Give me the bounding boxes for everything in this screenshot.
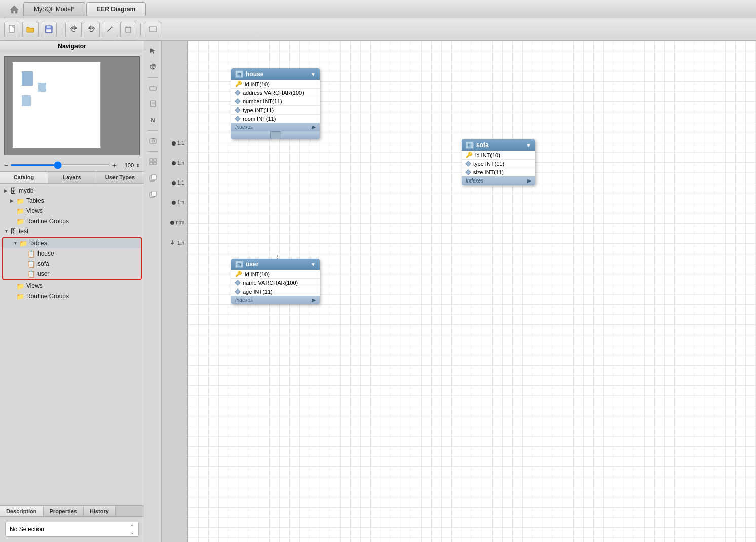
table-user[interactable]: ⊞ user ▼ 🔑 id INT(10) name VARCHAR(100) …: [231, 259, 320, 304]
tree-label-user: user: [37, 270, 49, 277]
svg-rect-19: [150, 162, 153, 165]
eraser-tool[interactable]: [146, 81, 160, 95]
tab-eer-diagram[interactable]: EER Diagram: [86, 2, 146, 16]
zoom-in-button[interactable]: +: [112, 161, 117, 169]
table-icon: 📋: [27, 260, 35, 268]
tree-item-mydb-routines[interactable]: 📁 Routine Groups: [0, 216, 144, 226]
tree-item-sofa[interactable]: 📋 sofa: [3, 259, 141, 269]
table-house-connector: [231, 131, 320, 139]
tab-layers[interactable]: Layers: [48, 172, 96, 183]
field-sofa-type: type INT(11): [473, 161, 504, 167]
main-toolbar: [0, 18, 756, 41]
nav-box-user: [22, 95, 31, 106]
table-user-dropdown[interactable]: ▼: [311, 262, 316, 267]
table-sofa[interactable]: ⊞ sofa ▼ 🔑 id INT(10) type INT(11) size …: [462, 139, 535, 185]
zoom-tool[interactable]: N: [146, 113, 160, 127]
tab-catalog[interactable]: Catalog: [0, 172, 48, 183]
left-panel: Navigator − + 100 ⬍ Catalog Layers User …: [0, 41, 144, 542]
field-house-address: address VARCHAR(100): [243, 90, 304, 96]
zoom-stepper[interactable]: ⬍: [136, 163, 140, 168]
tree-item-house[interactable]: 📋 house: [3, 248, 141, 259]
svg-marker-0: [10, 6, 18, 13]
table-user-indexes[interactable]: Indexes ▶: [231, 296, 320, 304]
tree-item-test-tables[interactable]: ▼ 📁 Tables: [3, 238, 141, 248]
pointer-tool[interactable]: [146, 44, 160, 58]
rel-text-11-1: 1:1: [177, 140, 184, 146]
folder-icon: 📁: [19, 240, 27, 247]
svg-rect-10: [150, 87, 156, 90]
forward-button[interactable]: [145, 22, 161, 37]
tab-description[interactable]: Description: [0, 506, 44, 516]
tab-properties[interactable]: Properties: [44, 506, 84, 516]
relation-labels: 1:1 1:n 1:1 1:n n:m 1:n: [162, 41, 188, 542]
tree-item-mydb[interactable]: ▶ 🗄 mydb: [0, 186, 144, 196]
tab-user-types[interactable]: User Types: [96, 172, 144, 183]
tree-item-mydb-tables[interactable]: ▶ 📁 Tables: [0, 196, 144, 206]
tree-item-test-views[interactable]: 📁 Views: [0, 281, 144, 291]
zoom-slider[interactable]: [10, 164, 110, 166]
table-sofa-indexes-arrow[interactable]: ▶: [527, 178, 531, 184]
table-user-icon: ⊞: [235, 261, 243, 268]
no-selection-row[interactable]: No Selection ⌃⌄: [5, 522, 139, 537]
diamond-icon: [235, 280, 240, 285]
navigator-canvas[interactable]: [4, 56, 140, 155]
tree-arrow: ▶: [4, 188, 10, 193]
table-user-indexes-arrow[interactable]: ▶: [312, 297, 316, 303]
tree-area[interactable]: ▶ 🗄 mydb ▶ 📁 Tables 📁 Views 📁 Routine Gr…: [0, 184, 144, 505]
field-user-age: age INT(11): [243, 288, 273, 295]
db-icon: 🗄: [10, 228, 17, 235]
title-bar: MySQL Model* EER Diagram: [0, 0, 756, 18]
tree-item-test-routines[interactable]: 📁 Routine Groups: [0, 291, 144, 301]
table-sofa-body: 🔑 id INT(10) type INT(11) size INT(11): [462, 151, 535, 176]
table-sofa-indexes[interactable]: Indexes ▶: [462, 176, 535, 185]
tree-item-test[interactable]: ▼ 🗄 test: [0, 226, 144, 236]
rel-dot: [170, 221, 174, 225]
table-house[interactable]: ⊞ house ▼ 🔑 id INT(10) address VARCHAR(1…: [231, 68, 320, 139]
table-house-title: house: [246, 70, 263, 78]
folder-icon: 📁: [16, 282, 24, 290]
edit-button[interactable]: [102, 22, 118, 37]
table-sofa-row-type: type INT(11): [462, 160, 535, 168]
hand-tool[interactable]: [146, 60, 160, 74]
grid-tool[interactable]: [146, 155, 160, 169]
table-user-row-id: 🔑 id INT(10): [231, 270, 320, 279]
undo-button[interactable]: [65, 22, 82, 37]
save-button[interactable]: [41, 22, 57, 37]
tab-mysql-model[interactable]: MySQL Model*: [23, 2, 85, 16]
copy-tool-2[interactable]: [146, 187, 160, 201]
no-selection-dropdown-arrow[interactable]: ⌃⌄: [130, 524, 134, 535]
home-icon[interactable]: [5, 0, 23, 18]
svg-rect-4: [46, 29, 51, 32]
table-sofa-title-area: ⊞ sofa: [466, 141, 489, 149]
table-sofa-row-id: 🔑 id INT(10): [462, 151, 535, 160]
svg-rect-18: [154, 159, 156, 161]
new-button[interactable]: [4, 22, 20, 37]
table-house-indexes[interactable]: Indexes ▶: [231, 123, 320, 131]
zoom-out-button[interactable]: −: [4, 161, 8, 169]
redo-button[interactable]: [84, 22, 100, 37]
nav-box-sofa: [38, 83, 46, 92]
table-house-indexes-arrow[interactable]: ▶: [312, 124, 316, 130]
table-sofa-dropdown[interactable]: ▼: [526, 142, 531, 148]
open-button[interactable]: [22, 22, 39, 37]
note-tool[interactable]: [146, 97, 160, 111]
tree-item-user[interactable]: 📋 user: [3, 269, 141, 279]
side-separator-1: [148, 77, 158, 78]
tree-label-test: test: [19, 228, 28, 235]
copy-tool-1[interactable]: [146, 171, 160, 185]
diamond-icon: [235, 289, 240, 294]
diamond-icon: [235, 107, 240, 113]
table-house-body: 🔑 id INT(10) address VARCHAR(100) number…: [231, 80, 320, 123]
tree-label-sofa: sofa: [37, 260, 49, 267]
canvas-area[interactable]: ⊞ house ▼ 🔑 id INT(10) address VARCHAR(1…: [188, 41, 756, 542]
main-layout: Navigator − + 100 ⬍ Catalog Layers User …: [0, 41, 756, 542]
rel-text-1n-2: 1:n: [177, 200, 184, 205]
table-house-dropdown[interactable]: ▼: [311, 71, 316, 77]
screenshot-tool[interactable]: [146, 134, 160, 148]
tables-highlight-box: ▼ 📁 Tables 📋 house 📋 sofa 📋: [2, 237, 142, 280]
delete-button[interactable]: [120, 22, 136, 37]
tree-item-mydb-views[interactable]: 📁 Views: [0, 206, 144, 216]
table-user-row-age: age INT(11): [231, 287, 320, 296]
tab-history[interactable]: History: [84, 506, 116, 516]
rel-label-11-1: 1:1: [172, 139, 187, 159]
